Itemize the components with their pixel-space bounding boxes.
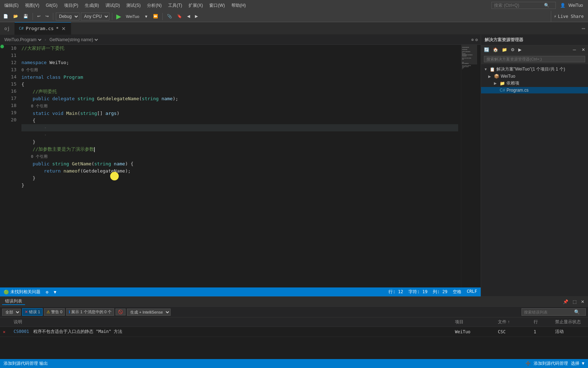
menu-help[interactable]: 帮助(H) <box>229 1 249 10</box>
menu-edit[interactable]: 编辑(E) <box>1 1 21 10</box>
table-row[interactable]: ✕ CS0001 程序不包含适合于入口点的静态 "Main" 方法 WeiTuo… <box>0 327 588 337</box>
live-share-button[interactable]: ⚡ Live Share <box>551 11 587 22</box>
menu-tools[interactable]: 工具(T) <box>165 1 185 10</box>
tab-close-btn[interactable]: ✕ <box>61 26 67 31</box>
run-dropdown[interactable]: ▼ <box>142 13 150 20</box>
filter-errors-btn[interactable]: ✕ 错误 1 <box>22 308 43 316</box>
config-dropdown[interactable]: Debug <box>56 13 79 20</box>
menu-project[interactable]: 项目(P) <box>61 1 81 10</box>
cs-file-icon: C# <box>19 26 24 31</box>
status-dropdown[interactable]: ▼ <box>54 290 56 295</box>
error-search-input[interactable] <box>524 310 574 314</box>
tab-oj[interactable]: oj <box>0 22 15 35</box>
undo-btn[interactable]: ↩ <box>35 13 42 20</box>
bookmark-btn[interactable]: 🔖 <box>175 13 184 20</box>
panel-float-btn[interactable]: ⬚ <box>571 298 578 305</box>
editor-expand-btn[interactable]: ⊕ <box>471 37 474 42</box>
status-char: 字符: 19 <box>408 289 427 295</box>
filter-warnings-btn[interactable]: ⚠ 警告 0 <box>44 308 65 316</box>
sidebar-filter-btn[interactable]: ⚙ <box>509 46 516 53</box>
error-search-box[interactable]: 🔍 <box>521 308 586 316</box>
namespace-selector[interactable]: WeiTuo.Program <box>3 37 43 43</box>
sidebar-item-program-cs[interactable]: C# Program.cs <box>481 87 588 93</box>
sidebar-item-dependencies[interactable]: ▶ 📁 依赖项 <box>481 79 588 87</box>
add-source-btn[interactable]: ➕ 添加到源代码管理 <box>525 360 568 367</box>
tab-program-cs-label: Program.cs <box>26 26 54 31</box>
bookmark-next[interactable]: ▶ <box>193 13 200 20</box>
row-suppress: 活动 <box>552 328 588 335</box>
code-editor[interactable]: 10 11 12 13 14 15 16 17 18 19 20 //大家好讲一… <box>0 45 481 287</box>
error-panel-header: 错误列表 📌 ⬚ ✕ <box>0 297 588 307</box>
menu-debug[interactable]: 调试(D) <box>103 1 123 10</box>
col-file[interactable]: 文件 ↑ <box>495 318 531 326</box>
project-expand-icon: ▶ <box>488 74 493 78</box>
editor-settings-btn[interactable]: ⚙ <box>475 37 478 42</box>
filter-info-btn[interactable]: ℹ 展示 1 个消息中的 0 个 <box>66 308 114 316</box>
code-line-13: · <box>21 131 458 139</box>
cs-icon: C# <box>500 88 505 93</box>
status-right: 行: 12 字符: 19 列: 29 空格 CRLF <box>388 289 477 295</box>
col-project[interactable]: 项目 <box>452 318 495 326</box>
menu-build[interactable]: 生成(B) <box>82 1 102 10</box>
attach-btn[interactable]: 📎 <box>165 13 174 20</box>
line-numbers: 10 11 12 13 14 15 16 17 18 19 20 <box>5 45 19 287</box>
sidebar-collapse-btn[interactable]: 📁 <box>500 46 509 53</box>
cmd-window-tab[interactable]: 添加到源代码管理 <box>4 360 38 367</box>
search-input[interactable] <box>494 3 544 8</box>
menu-search-box[interactable]: 🔍 <box>491 2 556 9</box>
select-btn[interactable]: 选择 ▼ <box>571 360 584 367</box>
tab-program-cs[interactable]: C# Program.cs * ✕ <box>15 22 71 35</box>
code-line-5: internal class Program <box>21 74 458 81</box>
sidebar-search-input[interactable] <box>484 56 585 62</box>
row-description: CS0001 程序不包含适合于入口点的静态 "Main" 方法 <box>11 328 452 335</box>
open-btn[interactable]: 📂 <box>11 13 20 20</box>
menu-view[interactable]: 视图(V) <box>22 1 42 10</box>
panel-tab-errors[interactable]: 错误列表 <box>2 298 25 305</box>
redo-btn[interactable]: ↪ <box>44 13 50 20</box>
run-label[interactable]: WeiTuo <box>124 13 141 20</box>
save-btn[interactable]: 💾 <box>21 13 30 20</box>
menu-git[interactable]: Git(G) <box>43 1 60 9</box>
col-description[interactable]: 说明 <box>11 318 452 326</box>
code-line-10: static void Main(string[] args) <box>21 110 458 117</box>
member-selector[interactable]: GetName(string name) <box>48 37 99 43</box>
vertical-scrollbar[interactable] <box>477 45 481 287</box>
build-filter-select[interactable]: 生成 + IntelliSense <box>127 309 171 316</box>
menu-test[interactable]: 测试(S) <box>123 1 143 10</box>
sidebar-more-btn[interactable]: ▶ <box>517 46 523 53</box>
code-content[interactable]: //大家好讲一下委托 namespace WeiTuo; 0 个引用 inter… <box>19 45 461 287</box>
col-suppress[interactable]: 禁止显示状态 <box>552 318 588 326</box>
status-filter-icon[interactable]: ⚙ <box>46 290 48 295</box>
sidebar-refresh-btn[interactable]: 🔄 <box>482 46 491 53</box>
dependency-icon: 📁 <box>500 81 505 86</box>
tab-overflow-btn[interactable]: ⋯ <box>579 25 588 32</box>
menu-extensions[interactable]: 扩展(X) <box>186 1 206 10</box>
sidebar-item-solution[interactable]: ▼ 📋 解决方案"WeiTuo"(1 个项目/共 1 个) <box>481 66 588 73</box>
panel-close-btn[interactable]: ✕ <box>579 298 586 305</box>
code-line-9: 0 个引用 <box>21 102 458 110</box>
error-description-text: 程序不包含适合于入口点的静态 "Main" 方法 <box>33 329 123 334</box>
bookmark-prev[interactable]: ◀ <box>185 13 192 20</box>
output-tab[interactable]: 输出 <box>39 360 48 367</box>
status-col: 列: 29 <box>433 289 447 295</box>
sidebar-item-project[interactable]: ▶ 📦 WeiTuo <box>481 73 588 79</box>
error-scope-select[interactable]: 全部 <box>2 309 21 316</box>
sidebar-close-btn[interactable]: ✕ <box>580 46 587 53</box>
menu-window[interactable]: 窗口(W) <box>206 1 227 10</box>
run-button[interactable]: ▶ <box>115 13 123 20</box>
bottom-status-bar: 添加到源代码管理 输出 ➕ 添加到源代码管理 选择 ▼ <box>0 359 588 368</box>
code-line-8: public delegate string GetdelegateName(s… <box>21 95 458 102</box>
step-over-btn[interactable]: ⏩ <box>151 13 160 20</box>
status-error-indicator[interactable]: 🟢 未找到相关问题 <box>4 289 40 295</box>
col-line[interactable]: 行 <box>531 318 552 326</box>
new-file-btn[interactable]: 📄 <box>1 13 10 20</box>
sidebar-minimize-btn[interactable]: ─ <box>572 46 578 53</box>
sidebar-home-btn[interactable]: 🏠 <box>491 46 500 53</box>
sidebar-search-area[interactable] <box>481 54 588 64</box>
panel-pin-btn[interactable]: 📌 <box>562 298 570 305</box>
menu-analyze[interactable]: 分析(N) <box>144 1 165 10</box>
run-indicator <box>0 45 4 48</box>
platform-dropdown[interactable]: Any CPU <box>81 13 109 20</box>
suppress-btn[interactable]: 🚫 <box>116 309 126 315</box>
cursor-highlight <box>110 172 119 180</box>
